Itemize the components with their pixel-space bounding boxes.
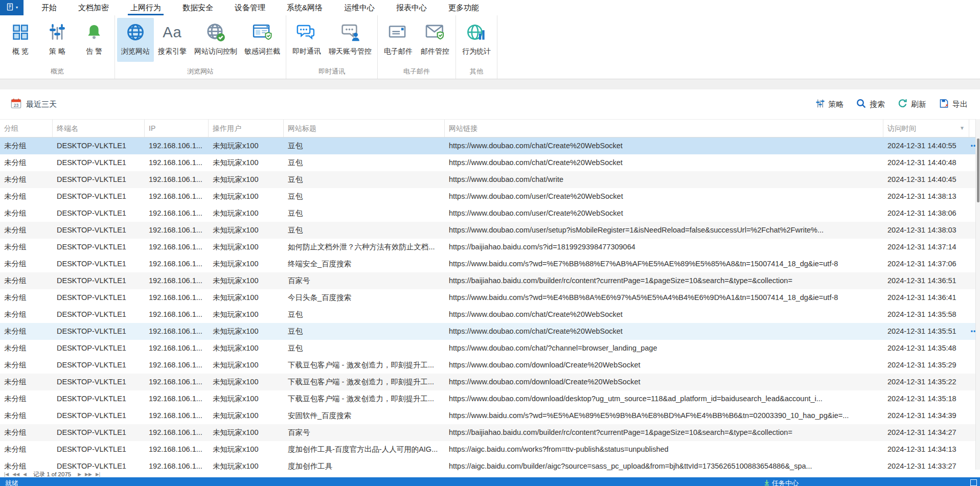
table-row[interactable]: 未分组DESKTOP-VLKTLE1192.168.106.1...未知玩家x1… — [0, 407, 980, 424]
pager-first-button[interactable]: |◀ — [4, 472, 9, 477]
table-row[interactable]: 未分组DESKTOP-VLKTLE1192.168.106.1...未知玩家x1… — [0, 154, 980, 171]
tab-system-network[interactable]: 系统&网络 — [276, 0, 333, 15]
task-center-button[interactable]: 任务中心 — [764, 478, 799, 486]
cell-ip: 192.168.106.1... — [145, 188, 209, 205]
date-range-selector[interactable]: 23 最近三天 — [10, 98, 57, 111]
tab-device-mgmt[interactable]: 设备管理 — [224, 0, 276, 15]
table-row[interactable]: 未分组DESKTOP-VLKTLE1192.168.106.1...未知玩家x1… — [0, 289, 980, 306]
column-header-terminal[interactable]: 终端名 — [53, 120, 145, 137]
cell-terminal: DESKTOP-VLKTLE1 — [53, 272, 145, 289]
pager-prev-page-button[interactable]: ◀◀ — [12, 472, 19, 477]
table-row[interactable]: 未分组DESKTOP-VLKTLE1192.168.106.1...未知玩家x1… — [0, 222, 980, 239]
cell-terminal: DESKTOP-VLKTLE1 — [53, 323, 145, 340]
records-table: 分组终端名IP操作用户网站标题网站链接访问时间▼ 未分组DESKTOP-VLKT… — [0, 119, 980, 471]
table-row[interactable]: 未分组DESKTOP-VLKTLE1192.168.106.1...未知玩家x1… — [0, 340, 980, 357]
table-row[interactable]: 未分组DESKTOP-VLKTLE1192.168.106.1...未知玩家x1… — [0, 306, 980, 323]
date-range-label: 最近三天 — [26, 100, 57, 109]
cell-url: https://www.baidu.com/s?wd=%E4%BB%8A%E6%… — [445, 289, 883, 306]
column-header-group[interactable]: 分组 — [0, 120, 53, 137]
tab-report-center[interactable]: 报表中心 — [385, 0, 438, 15]
tab-doc-encrypt[interactable]: 文档加密 — [67, 0, 120, 15]
cell-ip: 192.168.106.1... — [145, 323, 209, 340]
filter-actions: 策略搜索刷新导出 — [815, 98, 968, 110]
cell-ip: 192.168.106.1... — [145, 154, 209, 171]
window-grid-icon[interactable] — [970, 479, 977, 486]
cell-title: 豆包 — [284, 171, 445, 188]
ribbon-group-label: 电子邮件 — [380, 66, 453, 79]
scrollbar-thumb[interactable] — [977, 138, 979, 202]
pager-prev-button[interactable]: ◀ — [23, 472, 27, 477]
table-row[interactable]: 未分组DESKTOP-VLKTLE1192.168.106.1...未知玩家x1… — [0, 256, 980, 272]
cell-group: 未分组 — [0, 289, 53, 306]
table-row[interactable]: 未分组DESKTOP-VLKTLE1192.168.106.1...未知玩家x1… — [0, 205, 980, 222]
cell-user: 未知玩家x100 — [209, 323, 284, 340]
status-bar: 就绪 任务中心 — [0, 477, 980, 486]
cell-time: 2024-12-31 14:36:51 — [883, 272, 969, 289]
refresh-button[interactable]: 刷新 — [897, 98, 926, 110]
website-access-control-icon — [206, 22, 225, 42]
export-button[interactable]: 导出 — [939, 98, 968, 110]
tab-ops-center[interactable]: 运维中心 — [333, 0, 385, 15]
table-row[interactable]: 未分组DESKTOP-VLKTLE1192.168.106.1...未知玩家x1… — [0, 272, 980, 289]
cell-title: 安固软件_百度搜索 — [284, 407, 445, 424]
app-menu-button[interactable]: ▾ — [0, 0, 24, 15]
search-engine-button[interactable]: Aa搜索引擎 — [154, 18, 191, 62]
table-row[interactable]: 未分组DESKTOP-VLKTLE1192.168.106.1...未知玩家x1… — [0, 171, 980, 188]
table-row[interactable]: 未分组DESKTOP-VLKTLE1192.168.106.1...未知玩家x1… — [0, 323, 980, 340]
table-row[interactable]: 未分组DESKTOP-VLKTLE1192.168.106.1...未知玩家x1… — [0, 239, 980, 256]
cell-terminal: DESKTOP-VLKTLE1 — [53, 424, 145, 441]
table-row[interactable]: 未分组DESKTOP-VLKTLE1192.168.106.1...未知玩家x1… — [0, 374, 980, 390]
filter-bar: 23 最近三天 策略搜索刷新导出 — [0, 89, 980, 119]
ribbon-button-label: 电子邮件 — [384, 47, 413, 56]
email-control-button[interactable]: 邮件管控 — [417, 18, 453, 62]
policy-button[interactable]: 策 略 — [39, 18, 76, 62]
cell-ip: 192.168.106.1... — [145, 222, 209, 239]
time-filter-arrow-icon[interactable]: ▼ — [960, 120, 965, 137]
tab-start[interactable]: 开始 — [31, 0, 67, 15]
action-label: 刷新 — [911, 100, 926, 109]
overview-button[interactable]: 概 览 — [2, 18, 39, 62]
column-header-time[interactable]: 访问时间▼ — [883, 120, 969, 137]
download-arrow-icon — [764, 479, 770, 486]
cell-group: 未分组 — [0, 306, 53, 323]
table-row[interactable]: 未分组DESKTOP-VLKTLE1192.168.106.1...未知玩家x1… — [0, 357, 980, 374]
column-header-title[interactable]: 网站标题 — [284, 120, 445, 137]
cell-terminal: DESKTOP-VLKTLE1 — [53, 390, 145, 407]
table-row[interactable]: 未分组DESKTOP-VLKTLE1192.168.106.1...未知玩家x1… — [0, 458, 980, 471]
alert-button[interactable]: 告 警 — [76, 18, 112, 62]
cell-url: https://www.doubao.com/chat/write — [445, 171, 883, 188]
table-row[interactable]: 未分组DESKTOP-VLKTLE1192.168.106.1...未知玩家x1… — [0, 441, 980, 458]
behavior-stats-button[interactable]: 行为统计 — [458, 18, 495, 62]
email-button[interactable]: 电子邮件 — [380, 18, 417, 62]
table-row[interactable]: 未分组DESKTOP-VLKTLE1192.168.106.1...未知玩家x1… — [0, 390, 980, 407]
cell-time: 2024-12-31 14:38:06 — [883, 205, 969, 222]
cell-ip: 192.168.106.1... — [145, 272, 209, 289]
table-row[interactable]: 未分组DESKTOP-VLKTLE1192.168.106.1...未知玩家x1… — [0, 188, 980, 205]
tab-internet-behavior[interactable]: 上网行为 — [120, 0, 172, 15]
table-row[interactable]: 未分组DESKTOP-VLKTLE1192.168.106.1...未知玩家x1… — [0, 137, 980, 154]
website-access-control-button[interactable]: 网站访问控制 — [191, 18, 241, 62]
browse-website-button[interactable]: 浏览网站 — [117, 18, 154, 62]
instant-messaging-button[interactable]: 即时通讯 — [288, 18, 325, 62]
column-header-url[interactable]: 网站链接 — [445, 120, 883, 137]
search-button[interactable]: 搜索 — [856, 98, 885, 110]
policy-button[interactable]: 策略 — [815, 98, 844, 110]
vertical-scrollbar[interactable] — [975, 119, 980, 470]
chat-account-control-button[interactable]: 聊天账号管控 — [325, 18, 375, 62]
pager-last-button[interactable]: ▶| — [96, 472, 100, 477]
ribbon-group-label: 浏览网站 — [117, 66, 284, 79]
pager-next-page-button[interactable]: ▶▶ — [85, 472, 92, 477]
pager-next-button[interactable]: ▶ — [78, 472, 81, 477]
cell-title: 豆包 — [284, 154, 445, 171]
cell-title: 豆包 — [284, 306, 445, 323]
sensitive-word-block-button[interactable]: 敏感词拦截 — [241, 18, 284, 62]
table-row[interactable]: 未分组DESKTOP-VLKTLE1192.168.106.1...未知玩家x1… — [0, 424, 980, 441]
tab-data-security[interactable]: 数据安全 — [172, 0, 224, 15]
cell-title: 豆包 — [284, 222, 445, 239]
cell-title: 今日头条_百度搜索 — [284, 289, 445, 306]
cell-user: 未知玩家x100 — [209, 441, 284, 458]
cell-url: https://aigc.baidu.com/builder/aigc?sour… — [445, 458, 883, 471]
column-header-user[interactable]: 操作用户 — [209, 120, 284, 137]
column-header-ip[interactable]: IP — [145, 120, 209, 137]
tab-more-features[interactable]: 更多功能 — [438, 0, 490, 15]
